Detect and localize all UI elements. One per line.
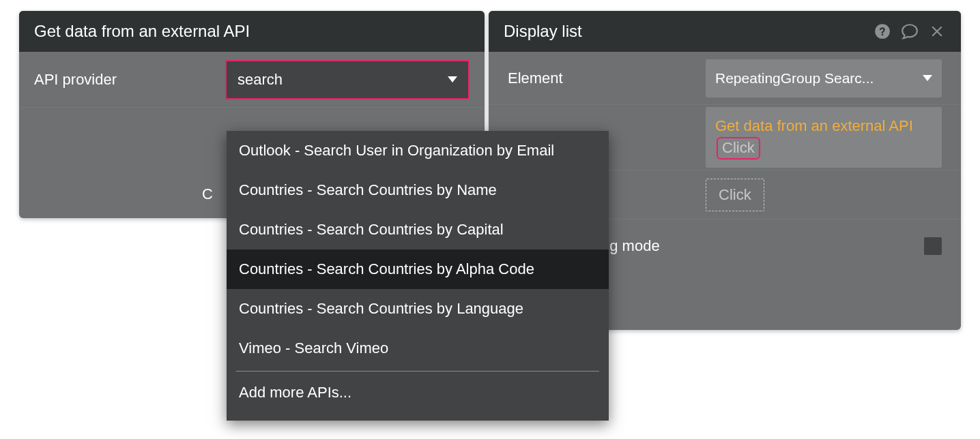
comment-icon[interactable] xyxy=(901,22,919,40)
panel-header-right: Display list xyxy=(489,11,961,52)
chevron-down-icon xyxy=(923,75,932,81)
element-select-value: RepeatingGroup Searc... xyxy=(715,70,874,87)
dropdown-item[interactable]: Outlook - Search User in Organization by… xyxy=(227,131,609,170)
dropdown-item[interactable]: Countries - Search Countries by Language xyxy=(227,289,609,329)
api-provider-select[interactable]: search xyxy=(225,60,470,100)
label-element: Element xyxy=(508,70,706,87)
close-icon[interactable] xyxy=(928,22,946,40)
api-provider-dropdown: Outlook - Search User in Organization by… xyxy=(227,131,609,421)
breakpoint-checkbox[interactable] xyxy=(924,237,942,255)
data-source-click-badge[interactable]: Click xyxy=(717,137,760,160)
row-api-provider: API provider search xyxy=(19,52,485,108)
panel-title-left: Get data from an external API xyxy=(34,22,250,41)
label-api-provider: API provider xyxy=(34,71,225,89)
dropdown-divider xyxy=(236,371,599,372)
chevron-down-icon xyxy=(448,76,457,82)
dropdown-add-more-apis[interactable]: Add more APIs... xyxy=(227,374,609,417)
obscured-text-fragment: C xyxy=(202,185,213,203)
dropdown-item[interactable]: Countries - Search Countries by Name xyxy=(227,170,609,210)
panel-title-right: Display list xyxy=(504,22,582,41)
dashed-click-placeholder[interactable]: Click xyxy=(706,179,764,211)
data-source-expression[interactable]: Get data from an external API Click xyxy=(706,107,942,168)
panel-header-left: Get data from an external API xyxy=(19,11,485,52)
dropdown-item[interactable]: Countries - Search Countries by Alpha Co… xyxy=(227,249,609,289)
dropdown-item[interactable]: Vimeo - Search Vimeo xyxy=(227,329,609,368)
data-source-orange-text: Get data from an external API xyxy=(715,117,913,134)
panel-header-actions xyxy=(874,22,946,40)
row-element: Element RepeatingGroup Searc... xyxy=(489,52,961,105)
help-icon[interactable] xyxy=(874,22,891,40)
element-select[interactable]: RepeatingGroup Searc... xyxy=(706,59,942,97)
api-provider-select-value: search xyxy=(237,71,283,89)
dropdown-item[interactable]: Countries - Search Countries by Capital xyxy=(227,210,609,249)
